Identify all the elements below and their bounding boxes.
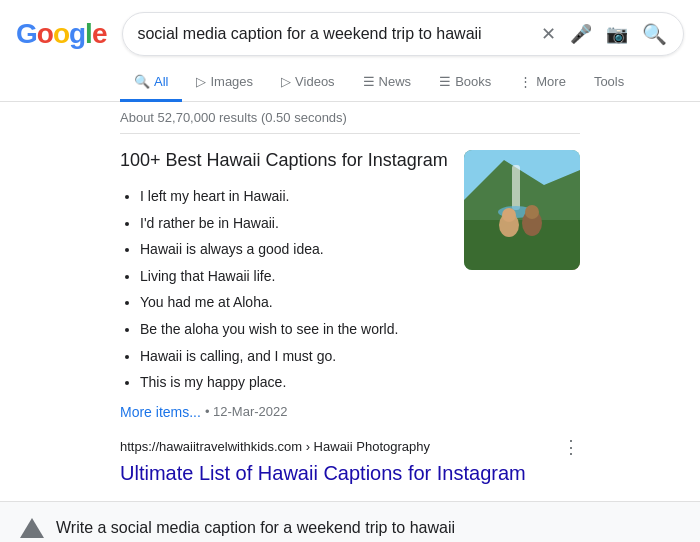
results-info: About 52,70,000 results (0.50 seconds) xyxy=(0,102,700,133)
warning-triangle-icon xyxy=(20,518,44,538)
tab-images[interactable]: ▷ Images xyxy=(182,64,267,102)
search-icons: ✕ 🎤 📷 🔍 xyxy=(539,20,669,48)
svg-rect-4 xyxy=(464,220,580,270)
svg-point-6 xyxy=(502,208,516,222)
list-item: Living that Hawaii life. xyxy=(140,263,448,290)
tab-books-label: Books xyxy=(455,74,491,89)
tab-videos-label: Videos xyxy=(295,74,335,89)
snippet-list: I left my heart in Hawaii. I'd rather be… xyxy=(120,183,448,396)
ai-section: Write a social media caption for a weeke… xyxy=(0,501,700,542)
tab-tools[interactable]: Tools xyxy=(580,64,638,102)
result-link-section: https://hawaiitravelwithkids.com › Hawai… xyxy=(120,436,580,458)
divider xyxy=(120,133,580,134)
ai-query-text: Write a social media caption for a weeke… xyxy=(56,519,455,537)
list-item: Hawaii is calling, and I must go. xyxy=(140,343,448,370)
list-item: I'd rather be in Hawaii. xyxy=(140,210,448,237)
google-logo: Google xyxy=(16,18,106,50)
snippet-content: 100+ Best Hawaii Captions for Instagram … xyxy=(120,150,448,420)
more-items-link[interactable]: More items... • 12-Mar-2022 xyxy=(120,404,448,420)
featured-snippet: 100+ Best Hawaii Captions for Instagram … xyxy=(120,150,580,420)
books-icon: ☰ xyxy=(439,74,451,89)
results-count: About 52,70,000 results (0.50 seconds) xyxy=(120,110,347,125)
result-menu-button[interactable]: ⋮ xyxy=(562,436,580,458)
clear-button[interactable]: ✕ xyxy=(539,21,558,47)
ai-query-row: Write a social media caption for a weeke… xyxy=(20,518,680,538)
svg-point-8 xyxy=(525,205,539,219)
tab-more[interactable]: ⋮ More xyxy=(505,64,580,102)
lens-button[interactable]: 📷 xyxy=(604,21,630,47)
more-items-label: More items... xyxy=(120,404,201,420)
list-item: This is my happy place. xyxy=(140,369,448,396)
tab-tools-label: Tools xyxy=(594,74,624,89)
list-item: Be the aloha you wish to see in the worl… xyxy=(140,316,448,343)
tab-images-label: Images xyxy=(210,74,253,89)
images-icon: ▷ xyxy=(196,74,206,89)
all-icon: 🔍 xyxy=(134,74,150,89)
tab-news-label: News xyxy=(379,74,412,89)
search-input[interactable] xyxy=(137,25,539,43)
tab-books[interactable]: ☰ Books xyxy=(425,64,505,102)
list-item: Hawaii is always a good idea. xyxy=(140,236,448,263)
result-url: https://hawaiitravelwithkids.com › Hawai… xyxy=(120,439,430,454)
more-icon: ⋮ xyxy=(519,74,532,89)
news-icon: ☰ xyxy=(363,74,375,89)
tabs-bar: 🔍 All ▷ Images ▷ Videos ☰ News ☰ Books ⋮… xyxy=(0,64,700,102)
videos-icon: ▷ xyxy=(281,74,291,89)
snippet-title: 100+ Best Hawaii Captions for Instagram xyxy=(120,150,448,171)
tab-all-label: All xyxy=(154,74,168,89)
search-bar: ✕ 🎤 📷 🔍 xyxy=(122,12,684,56)
result-title-link[interactable]: Ultimate List of Hawaii Captions for Ins… xyxy=(120,462,580,485)
search-button[interactable]: 🔍 xyxy=(640,20,669,48)
tab-videos[interactable]: ▷ Videos xyxy=(267,64,349,102)
list-item: You had me at Aloha. xyxy=(140,289,448,316)
tab-more-label: More xyxy=(536,74,566,89)
tab-all[interactable]: 🔍 All xyxy=(120,64,182,102)
list-item: I left my heart in Hawaii. xyxy=(140,183,448,210)
header: Google ✕ 🎤 📷 🔍 xyxy=(0,0,700,64)
snippet-date: • 12-Mar-2022 xyxy=(205,404,288,419)
svg-rect-2 xyxy=(512,165,520,210)
microphone-button[interactable]: 🎤 xyxy=(568,21,594,47)
snippet-image xyxy=(464,150,580,270)
tab-news[interactable]: ☰ News xyxy=(349,64,426,102)
